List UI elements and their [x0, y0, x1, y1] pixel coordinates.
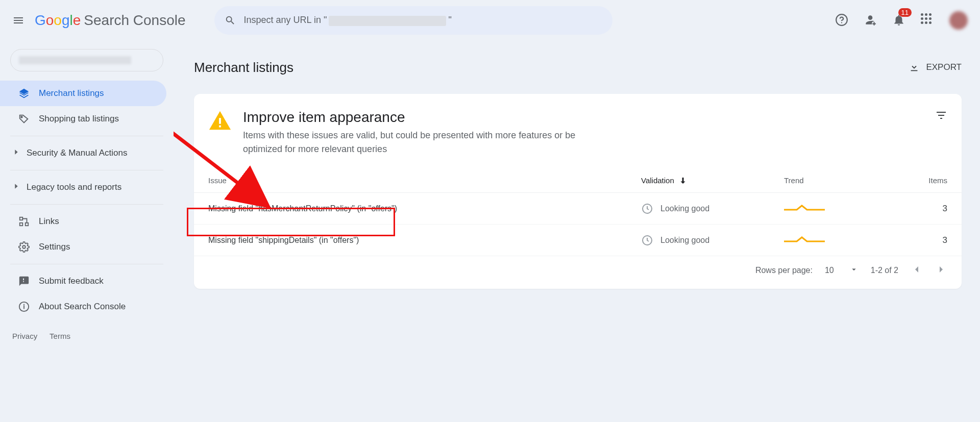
- card-description: Items with these issues are valid, but c…: [243, 129, 610, 156]
- sort-arrow-down-icon: [678, 176, 688, 185]
- info-icon: [18, 301, 30, 312]
- sidebar-item-settings[interactable]: Settings: [0, 234, 166, 260]
- clock-icon: [641, 203, 653, 215]
- svg-point-2: [21, 116, 22, 118]
- search-placeholder: Inspect any URL in "": [244, 15, 452, 26]
- notification-badge: 11: [898, 8, 912, 17]
- download-icon: [909, 62, 920, 73]
- col-items: Items: [886, 176, 947, 185]
- sidebar-item-label: Merchant listings: [39, 88, 104, 98]
- export-button[interactable]: EXPORT: [909, 62, 962, 73]
- sidebar-item-label: Links: [39, 216, 59, 227]
- svg-rect-9: [219, 126, 221, 128]
- links-icon: [18, 216, 30, 227]
- issue-cell: Missing field "hasMerchantReturnPolicy" …: [208, 204, 641, 213]
- col-issue: Issue: [208, 176, 641, 185]
- chevron-right-icon: [12, 182, 21, 193]
- svg-rect-8: [219, 118, 221, 124]
- rows-per-page-label: Rows per page:: [755, 266, 813, 275]
- rows-per-page-select[interactable]: 10: [825, 265, 859, 276]
- table-row[interactable]: Missing field "hasMerchantReturnPolicy" …: [194, 193, 962, 225]
- sidebar-item-links[interactable]: Links: [0, 209, 166, 234]
- card-heading: Improve item appearance: [243, 109, 610, 126]
- sidebar-group-label: Security & Manual Actions: [27, 148, 127, 158]
- accounts-icon[interactable]: [864, 13, 878, 28]
- layers-icon: [18, 88, 30, 99]
- svg-point-1: [841, 22, 842, 23]
- sidebar-item-merchant-listings[interactable]: Merchant listings: [0, 81, 166, 106]
- logo-subtitle: Search Console: [84, 12, 185, 29]
- notifications-icon[interactable]: 11: [892, 13, 906, 28]
- filter-icon[interactable]: [935, 109, 947, 123]
- redacted-property-icon: [329, 16, 446, 26]
- sidebar-item-label: Shopping tab listings: [39, 114, 119, 124]
- gear-icon: [18, 241, 30, 253]
- sidebar-item-label: Settings: [39, 242, 70, 252]
- pagination: Rows per page: 10 1-2 of 2: [194, 256, 962, 285]
- header: Google Search Console Inspect any URL in…: [0, 0, 980, 41]
- clock-icon: [641, 234, 653, 246]
- avatar[interactable]: [949, 11, 968, 30]
- prev-page-button[interactable]: [911, 263, 923, 278]
- search-icon: [225, 15, 236, 26]
- privacy-link[interactable]: Privacy: [12, 332, 37, 340]
- issues-card: Improve item appearance Items with these…: [194, 94, 962, 289]
- logo[interactable]: Google Search Console: [35, 12, 186, 29]
- items-cell: 3: [886, 204, 947, 214]
- property-selector[interactable]: [10, 49, 163, 71]
- sidebar-item-about[interactable]: About Search Console: [0, 294, 166, 319]
- tag-icon: [18, 113, 30, 125]
- sidebar-footer: Privacy Terms: [0, 319, 174, 353]
- help-icon[interactable]: [835, 13, 849, 28]
- sidebar-item-label: About Search Console: [39, 302, 126, 312]
- validation-cell: Looking good: [641, 203, 784, 215]
- feedback-icon: [18, 276, 30, 287]
- redacted-property-name-icon: [19, 56, 131, 64]
- svg-rect-3: [20, 217, 23, 220]
- sparkline-icon: [784, 234, 825, 244]
- svg-rect-4: [26, 223, 29, 226]
- page-range: 1-2 of 2: [871, 266, 898, 275]
- apps-icon[interactable]: [921, 13, 935, 28]
- terms-link[interactable]: Terms: [50, 332, 70, 340]
- warning-icon: [208, 109, 232, 133]
- sidebar: Merchant listings Shopping tab listings …: [0, 41, 174, 422]
- sidebar-group-security[interactable]: Security & Manual Actions: [0, 140, 174, 166]
- svg-rect-5: [20, 223, 23, 226]
- trend-cell: [784, 203, 886, 215]
- search-input[interactable]: Inspect any URL in "": [214, 6, 612, 35]
- sparkline-icon: [784, 203, 825, 213]
- export-label: EXPORT: [926, 62, 962, 72]
- sidebar-item-shopping-tab-listings[interactable]: Shopping tab listings: [0, 106, 166, 132]
- sidebar-item-label: Submit feedback: [39, 276, 104, 286]
- page-title: Merchant listings: [194, 60, 293, 76]
- table-header: Issue Validation Trend Items: [194, 168, 962, 193]
- issue-cell: Missing field "shippingDetails" (in "off…: [208, 236, 641, 245]
- menu-icon[interactable]: [12, 14, 24, 27]
- col-trend: Trend: [784, 176, 886, 185]
- table-row[interactable]: Missing field "shippingDetails" (in "off…: [194, 225, 962, 256]
- next-page-button[interactable]: [935, 263, 947, 278]
- col-validation[interactable]: Validation: [641, 176, 784, 185]
- header-actions: 11: [835, 11, 968, 30]
- svg-point-6: [22, 245, 26, 249]
- trend-cell: [784, 234, 886, 246]
- chevron-down-icon: [849, 265, 859, 276]
- chevron-right-icon: [12, 148, 21, 159]
- items-cell: 3: [886, 235, 947, 245]
- validation-cell: Looking good: [641, 234, 784, 246]
- sidebar-group-legacy[interactable]: Legacy tools and reports: [0, 175, 174, 200]
- sidebar-item-submit-feedback[interactable]: Submit feedback: [0, 268, 166, 294]
- main-content: Merchant listings EXPORT Improve item ap…: [174, 41, 980, 422]
- sidebar-group-label: Legacy tools and reports: [27, 182, 121, 192]
